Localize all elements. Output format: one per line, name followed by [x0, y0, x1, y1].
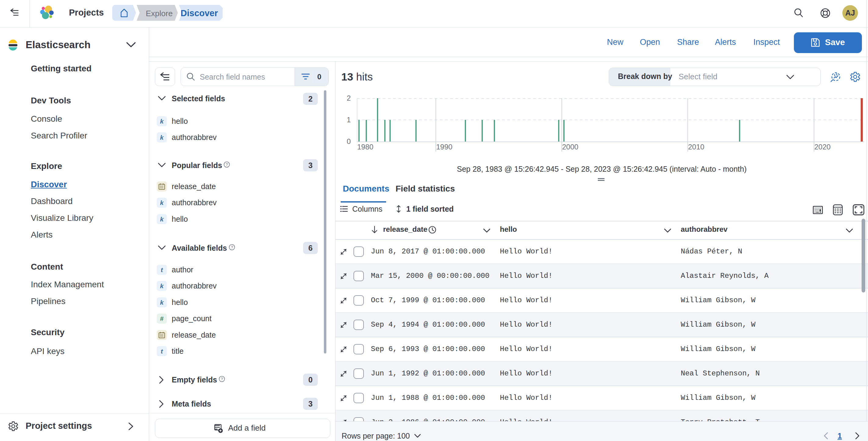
svg-text:?: ? — [221, 377, 223, 381]
svg-text:?: ? — [226, 162, 228, 167]
svg-text:?: ? — [231, 245, 233, 249]
